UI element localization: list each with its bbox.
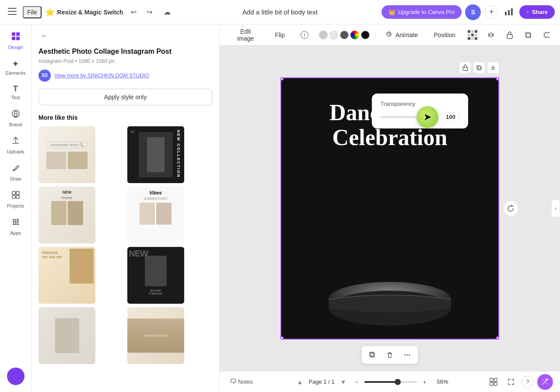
resize-handle-bottomleft[interactable]	[280, 336, 284, 340]
svg-line-32	[549, 37, 550, 38]
page-up-button[interactable]: ▲	[294, 377, 305, 387]
info-icon: i	[301, 31, 308, 39]
zoom-slider[interactable]	[364, 381, 417, 383]
svg-point-50	[542, 382, 542, 382]
author-row: SD View more by SINICHKIN DOM STUDIO	[38, 69, 212, 82]
color-swatch-4[interactable]	[350, 31, 359, 39]
resize-handle-topleft[interactable]	[280, 77, 284, 80]
sidebar-item-text[interactable]: T Text	[2, 81, 30, 104]
upgrade-button[interactable]: 👑 Upgrade to Canva Pro	[382, 5, 462, 19]
ai-assistant-button[interactable]	[7, 368, 24, 385]
apply-style-button[interactable]: Apply style only	[38, 89, 212, 105]
page-down-button[interactable]: ▼	[338, 377, 349, 387]
file-menu-button[interactable]: File	[23, 6, 42, 18]
zoom-thumb[interactable]	[395, 379, 401, 385]
color-swatch-2[interactable]	[329, 31, 338, 39]
resize-handle-topright[interactable]	[496, 77, 499, 80]
panel-back-button[interactable]: ←	[38, 30, 51, 42]
brand-icon	[11, 109, 21, 121]
canvas-action-copy-button[interactable]	[365, 348, 379, 362]
flip-h-button[interactable]	[484, 28, 497, 42]
redo-button[interactable]: ↪	[143, 5, 157, 19]
copy-icon	[369, 351, 376, 358]
svg-point-42	[407, 354, 408, 356]
uploads-icon	[11, 136, 21, 148]
template-thumb-2[interactable]: NEW COLLECTION 01	[127, 126, 184, 183]
bottom-center: ▲ Page 1 / 1 ▼ − + 56%	[262, 377, 481, 387]
flip-button[interactable]: Flip	[270, 29, 290, 41]
color-swatch-3[interactable]	[340, 31, 349, 39]
sidebar-item-apps[interactable]: Apps	[2, 214, 30, 239]
author-link[interactable]: View more by SINICHKIN DOM STUDIO	[54, 73, 149, 79]
panel-hide-button[interactable]: ‹	[551, 200, 560, 217]
crown-icon: 👑	[388, 9, 396, 15]
info-button[interactable]: i	[295, 28, 314, 42]
panel-scroll-area: Aesthetic Photo Collage Instagram Post I…	[32, 47, 219, 392]
sidebar-item-draw[interactable]: Draw	[2, 160, 30, 185]
sidebar-item-brand[interactable]: Brand	[2, 105, 30, 131]
svg-point-48	[543, 380, 544, 381]
avatar-button[interactable]: S	[465, 4, 481, 20]
transparency-thumb[interactable]: ➤	[416, 106, 438, 128]
template-thumb-4[interactable]: Vibes SUMMER'S EDIT	[127, 187, 184, 243]
sidebar-item-design[interactable]: Design	[2, 28, 30, 53]
notes-button[interactable]: Notes	[227, 376, 256, 387]
canvas-action-delete-button[interactable]	[383, 348, 397, 362]
share-button[interactable]: ↑ Share	[519, 5, 555, 19]
sidebar-item-projects[interactable]: Projects	[2, 187, 30, 212]
transparency-value[interactable]: 100	[442, 112, 459, 121]
add-person-button[interactable]: +	[484, 5, 498, 19]
text-icon: T	[13, 84, 18, 94]
animate-button[interactable]: Animate	[381, 28, 423, 41]
sidebar-item-uploads[interactable]: Uploads	[2, 132, 30, 158]
page-info: Page 1 / 1	[308, 378, 334, 385]
template-thumb-8[interactable]: desert landscape	[127, 307, 184, 364]
hamburger-menu-button[interactable]	[5, 5, 19, 19]
duplicate-button[interactable]	[522, 28, 535, 42]
color-swatch-1[interactable]	[319, 31, 328, 39]
svg-point-20	[15, 221, 17, 223]
template-thumb-3[interactable]: NEW Release	[38, 187, 95, 243]
svg-rect-35	[477, 66, 480, 69]
svg-rect-12	[12, 191, 15, 194]
template-thumb-6[interactable]: NEW SummerCollection	[127, 247, 184, 304]
fullscreen-button[interactable]	[504, 375, 518, 389]
sidebar-item-elements[interactable]: ✦ Elements	[2, 55, 30, 79]
color-swatch-5[interactable]	[361, 31, 370, 39]
canvas-lock-button[interactable]	[459, 62, 471, 74]
analytics-button[interactable]	[502, 5, 516, 19]
more-options-button[interactable]	[540, 28, 553, 42]
svg-rect-11	[14, 114, 17, 116]
transparency-popup-label: Transparency	[381, 101, 459, 107]
position-button[interactable]: Position	[428, 29, 461, 41]
canvas-scroll-area[interactable]: Dance Night Celebration	[220, 45, 560, 371]
apps-icon	[11, 217, 21, 229]
topbar-right: 👑 Upgrade to Canva Pro S + ↑ Share	[374, 4, 555, 20]
transparency-slider-row: ➤ 100	[381, 112, 459, 121]
lock-button[interactable]	[503, 28, 516, 42]
save-cloud-button[interactable]: ☁	[160, 5, 174, 19]
canvas-refresh-button[interactable]	[503, 201, 518, 216]
resize-handle-bottomright[interactable]	[496, 336, 499, 340]
magic-edit-button[interactable]	[537, 374, 553, 390]
zoom-in-button[interactable]: +	[420, 378, 429, 386]
undo-button[interactable]: ↩	[127, 5, 141, 19]
canvas-actions-bar	[361, 346, 418, 364]
canvas-copy-button[interactable]	[473, 62, 485, 74]
zoom-out-button[interactable]: −	[352, 378, 361, 386]
edit-image-button[interactable]: Edit image	[227, 25, 264, 45]
doc-title-button[interactable]: Add a little bit of body text	[237, 6, 323, 18]
canvas-action-more-button[interactable]	[400, 348, 414, 362]
pattern-button[interactable]	[466, 28, 479, 42]
chart-icon	[505, 7, 513, 17]
grid-view-button[interactable]	[486, 375, 500, 389]
svg-point-18	[17, 219, 19, 221]
canvas-export-button[interactable]	[487, 62, 499, 74]
app-name-label: Resize & Magic Switch	[57, 9, 123, 16]
template-thumb-5[interactable]: Discount GET 30% OFF	[38, 247, 95, 304]
sidebar-item-design-label: Design	[8, 45, 23, 50]
template-thumb-7[interactable]	[38, 307, 95, 364]
template-thumb-1[interactable]: minimalistic decor 🔍	[38, 126, 95, 183]
transparency-slider[interactable]: ➤	[381, 116, 438, 118]
help-button[interactable]: ?	[522, 376, 534, 388]
